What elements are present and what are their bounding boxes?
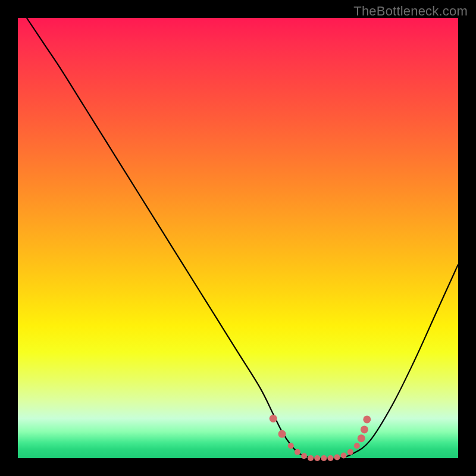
marker-point [358,434,365,442]
bottleneck-curve [27,18,458,459]
marker-point [314,455,320,461]
marker-point [308,455,314,461]
marker-point [341,453,347,459]
marker-point [278,430,286,438]
marker-point [363,415,371,423]
marker-point [327,455,333,461]
marker-point [270,415,277,422]
marker-point [334,455,340,461]
chart-frame: TheBottleneck.com [0,0,476,476]
watermark-text: TheBottleneck.com [353,4,468,19]
marker-point [354,443,360,449]
marker-point [321,455,327,461]
marker-point [295,449,300,455]
plot-area [18,18,458,458]
marker-point [288,443,294,449]
marker-point [347,449,353,455]
highlight-markers [270,415,371,461]
marker-point [301,453,307,459]
chart-svg [18,18,458,458]
marker-point [361,425,368,433]
